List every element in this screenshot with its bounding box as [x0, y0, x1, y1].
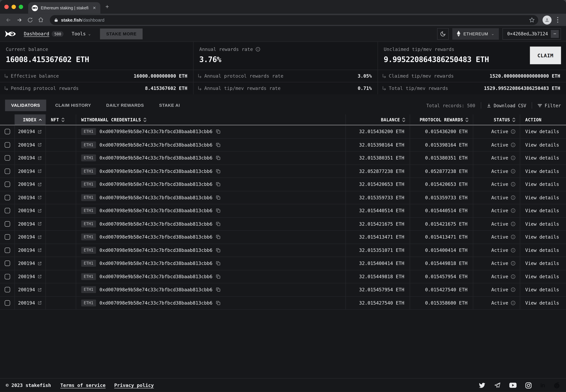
- external-link-icon[interactable]: [38, 143, 42, 147]
- copy-icon[interactable]: [216, 248, 220, 253]
- row-checkbox[interactable]: [5, 274, 10, 279]
- home-icon[interactable]: [36, 15, 45, 25]
- info-icon[interactable]: [511, 156, 516, 160]
- back-icon[interactable]: [4, 15, 13, 25]
- wallet-address-chip[interactable]: 0×4268ed…3b7124 ⋯: [502, 28, 561, 40]
- row-checkbox[interactable]: [5, 129, 10, 134]
- row-checkbox[interactable]: [5, 182, 10, 187]
- nav-dashboard-link[interactable]: Dashboard 500: [24, 31, 64, 37]
- view-details-link[interactable]: View details: [525, 182, 559, 187]
- column-header-nft[interactable]: NFT: [45, 114, 76, 125]
- column-header-balance[interactable]: BALANCE: [345, 114, 410, 125]
- view-details-link[interactable]: View details: [525, 155, 559, 161]
- external-link-icon[interactable]: [38, 301, 42, 305]
- view-details-link[interactable]: View details: [525, 221, 559, 227]
- copy-icon[interactable]: [216, 129, 220, 134]
- view-details-link[interactable]: View details: [525, 261, 559, 266]
- tab-close-icon[interactable]: ✕: [91, 5, 98, 11]
- view-details-link[interactable]: View details: [525, 287, 559, 293]
- info-icon[interactable]: [255, 47, 260, 52]
- reload-icon[interactable]: [25, 15, 35, 25]
- info-icon[interactable]: [511, 169, 516, 174]
- info-icon[interactable]: [511, 274, 516, 279]
- row-checkbox[interactable]: [5, 142, 10, 148]
- view-details-link[interactable]: View details: [525, 195, 559, 200]
- row-checkbox[interactable]: [5, 168, 10, 174]
- validator-index[interactable]: 200194: [18, 221, 35, 227]
- tab-daily-rewards[interactable]: DAILY REWARDS: [100, 99, 150, 111]
- instagram-icon[interactable]: [525, 382, 532, 389]
- external-link-icon[interactable]: [38, 169, 42, 173]
- view-details-link[interactable]: View details: [525, 247, 559, 253]
- terms-link[interactable]: Terms of service: [60, 382, 106, 388]
- view-details-link[interactable]: View details: [525, 274, 559, 279]
- info-icon[interactable]: [511, 222, 516, 226]
- view-details-link[interactable]: View details: [525, 142, 559, 148]
- external-link-icon[interactable]: [38, 195, 42, 200]
- browser-tab[interactable]: Ethereum staking | stakefish ✕: [28, 2, 100, 14]
- info-icon[interactable]: [511, 300, 516, 305]
- filter-button[interactable]: Filter: [538, 103, 561, 108]
- info-icon[interactable]: [511, 195, 516, 200]
- info-icon[interactable]: [511, 287, 516, 292]
- tab-claim-history[interactable]: CLAIM HISTORY: [49, 99, 97, 111]
- validator-index[interactable]: 200194: [18, 129, 35, 134]
- copy-icon[interactable]: [216, 261, 220, 266]
- privacy-link[interactable]: Privacy policy: [114, 382, 154, 388]
- stakefish-logo-icon[interactable]: [5, 30, 16, 38]
- tab-stake-ai[interactable]: STAKE AI: [153, 99, 186, 111]
- copy-icon[interactable]: [216, 156, 220, 160]
- view-details-link[interactable]: View details: [525, 208, 559, 213]
- claim-button[interactable]: CLAIM: [530, 46, 561, 64]
- stake-more-button[interactable]: STAKE MORE: [100, 28, 143, 39]
- validator-index[interactable]: 200194: [18, 300, 35, 306]
- external-link-icon[interactable]: [38, 274, 42, 279]
- validator-index[interactable]: 200194: [18, 168, 35, 174]
- row-checkbox[interactable]: [5, 300, 10, 306]
- copy-icon[interactable]: [216, 195, 220, 200]
- column-header-withdrawal[interactable]: WITHDRAWAL CREDENTIALS: [76, 114, 345, 125]
- validator-index[interactable]: 200194: [18, 195, 35, 200]
- view-details-link[interactable]: View details: [525, 300, 559, 306]
- validator-index[interactable]: 200194: [18, 274, 35, 279]
- bookmark-star-icon[interactable]: [529, 17, 535, 23]
- row-checkbox[interactable]: [5, 261, 10, 266]
- copy-icon[interactable]: [216, 208, 220, 213]
- window-minimize-button[interactable]: [12, 5, 16, 9]
- info-icon[interactable]: [511, 129, 516, 134]
- external-link-icon[interactable]: [38, 235, 42, 239]
- linkedin-icon[interactable]: in: [540, 382, 545, 389]
- validator-index[interactable]: 200194: [18, 182, 35, 187]
- validator-index[interactable]: 200194: [18, 208, 35, 213]
- external-link-icon[interactable]: [38, 129, 42, 134]
- external-link-icon[interactable]: [38, 248, 42, 252]
- youtube-icon[interactable]: [509, 382, 516, 388]
- info-icon[interactable]: [511, 182, 516, 187]
- external-link-icon[interactable]: [38, 209, 42, 213]
- info-icon[interactable]: [511, 235, 516, 239]
- view-details-link[interactable]: View details: [525, 168, 559, 174]
- window-close-button[interactable]: [4, 5, 9, 9]
- validator-index[interactable]: 200194: [18, 247, 35, 253]
- copy-icon[interactable]: [216, 169, 220, 174]
- info-icon[interactable]: [511, 142, 516, 147]
- browser-profile-avatar[interactable]: [543, 15, 552, 24]
- validator-index[interactable]: 200194: [18, 142, 35, 148]
- telegram-icon[interactable]: [494, 382, 501, 388]
- copy-icon[interactable]: [216, 222, 220, 226]
- info-icon[interactable]: [511, 261, 516, 266]
- row-checkbox[interactable]: [5, 247, 10, 253]
- external-link-icon[interactable]: [38, 261, 42, 266]
- row-checkbox[interactable]: [5, 221, 10, 227]
- info-icon[interactable]: [511, 208, 516, 213]
- copy-icon[interactable]: [216, 142, 220, 147]
- nav-tools-menu[interactable]: Tools ⌄: [71, 31, 91, 37]
- external-link-icon[interactable]: [38, 288, 42, 292]
- row-checkbox[interactable]: [5, 195, 10, 200]
- row-checkbox[interactable]: [5, 287, 10, 293]
- twitter-icon[interactable]: [479, 382, 485, 388]
- info-icon[interactable]: [511, 248, 516, 253]
- copy-icon[interactable]: [216, 235, 220, 239]
- validator-index[interactable]: 200194: [18, 287, 35, 293]
- tab-validators[interactable]: VALIDATORS: [5, 99, 46, 111]
